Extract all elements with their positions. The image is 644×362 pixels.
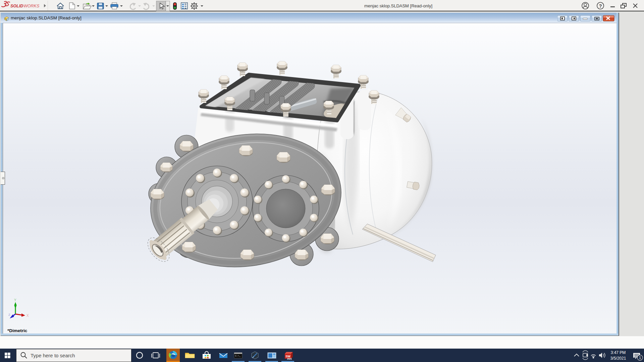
svg-text:Z: Z: [8, 313, 10, 316]
svg-text:Y: Y: [14, 298, 16, 302]
svg-text:1: 1: [639, 356, 641, 360]
svg-text:C:\_: C:\_: [235, 355, 241, 357]
svg-text:2021: 2021: [287, 358, 292, 360]
svg-text:X: X: [26, 314, 29, 317]
